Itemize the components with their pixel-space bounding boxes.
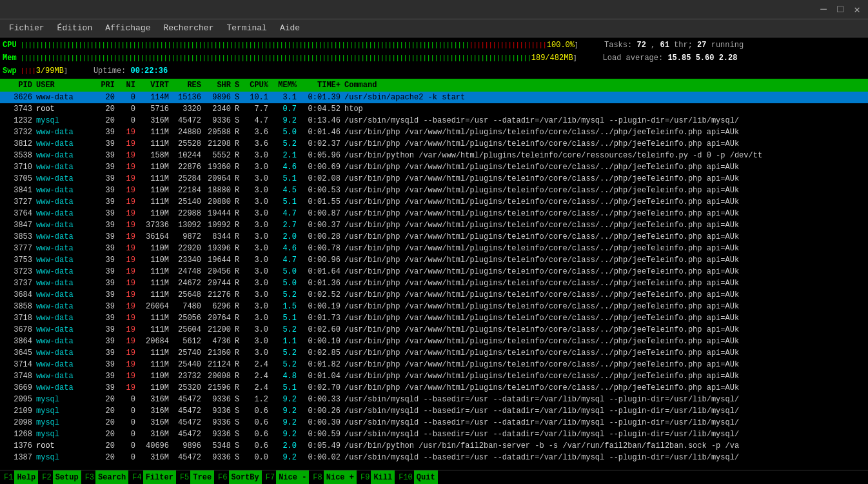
table-row[interactable]: 3841 www-data 39 19 110M 22184 18880 R 3… xyxy=(0,185,868,196)
table-row[interactable]: 1376 root 20 0 40696 9896 5348 S 0.6 2.0… xyxy=(0,440,868,452)
proc-pid: 2109 xyxy=(3,407,36,416)
proc-time: 0:01.46 xyxy=(301,128,344,137)
table-row[interactable]: 1268 mysql 20 0 316M 45472 9336 S 0.6 9.… xyxy=(0,429,868,440)
proc-res: 25604 xyxy=(173,325,205,334)
table-row[interactable]: 3753 www-data 39 19 110M 23340 19644 R 3… xyxy=(0,254,868,266)
table-row[interactable]: 3812 www-data 39 19 111M 25528 21208 R 3… xyxy=(0,138,868,150)
table-row[interactable]: 3727 www-data 39 19 111M 25140 20880 R 3… xyxy=(0,196,868,208)
proc-user: www-data xyxy=(36,174,94,183)
fn-key-f1[interactable]: F1Help xyxy=(0,470,38,484)
fn-key-f3[interactable]: F3Search xyxy=(81,470,129,484)
swp-bar: |||| xyxy=(21,68,36,75)
table-row[interactable]: 3853 www-data 39 19 36164 9872 8344 R 3.… xyxy=(0,231,868,243)
proc-cpu: 3.0 xyxy=(244,302,272,311)
table-row[interactable]: 3732 www-data 39 19 111M 24880 20588 R 3… xyxy=(0,126,868,138)
fn-key-f7[interactable]: F7Nice - xyxy=(262,470,310,484)
proc-pri: 39 xyxy=(94,139,119,148)
proc-user: www-data xyxy=(36,244,94,253)
proc-pid: 2095 xyxy=(3,395,36,404)
proc-mem: 2.0 xyxy=(272,441,301,450)
fn-key-f2[interactable]: F2Setup xyxy=(38,470,81,484)
table-row[interactable]: 3743 root 20 0 5716 3320 2340 R 7.7 0.7 … xyxy=(0,103,868,115)
proc-shr: 10992 xyxy=(205,221,235,230)
table-row[interactable]: 3723 www-data 39 19 111M 24748 20456 R 3… xyxy=(0,266,868,277)
proc-pid: 3743 xyxy=(3,105,36,114)
proc-pri: 39 xyxy=(94,221,119,230)
col-cpu-header: CPU% xyxy=(244,81,272,90)
table-row[interactable]: 3645 www-data 39 19 111M 25740 21360 R 3… xyxy=(0,347,868,359)
proc-pid: 3847 xyxy=(3,221,36,230)
proc-pri: 39 xyxy=(94,337,119,346)
proc-cmd: /usr/sbin/apache2 -k start xyxy=(344,93,865,102)
menu-item-affichage[interactable]: Affichage xyxy=(99,21,157,35)
proc-pri: 39 xyxy=(94,151,119,160)
fn-key-f9[interactable]: F9Kill xyxy=(357,470,395,484)
proc-cpu: 3.0 xyxy=(244,186,272,195)
table-row[interactable]: 3858 www-data 39 19 26064 7480 6296 R 3.… xyxy=(0,301,868,312)
table-row[interactable]: 3538 www-data 39 19 158M 10244 5552 R 3.… xyxy=(0,150,868,161)
proc-shr: 20880 xyxy=(205,197,235,207)
proc-cmd: /usr/bin/php /var/www/html/plugins/telei… xyxy=(344,360,865,369)
table-row[interactable]: 3710 www-data 39 19 110M 22876 19360 R 3… xyxy=(0,161,868,173)
proc-time: 0:00.33 xyxy=(301,395,344,404)
table-row[interactable]: 1232 mysql 20 0 316M 45472 9336 S 4.7 9.… xyxy=(0,115,868,126)
table-row[interactable]: 2109 mysql 20 0 316M 45472 9336 S 0.6 9.… xyxy=(0,405,868,417)
menu-item-rechercher[interactable]: Rechercher xyxy=(157,21,220,35)
fn-label: Quit xyxy=(414,470,438,484)
menu-item-fichier[interactable]: Fichier xyxy=(3,21,51,35)
fn-key-f6[interactable]: F6SortBy xyxy=(214,470,262,484)
proc-user: www-data xyxy=(36,221,94,230)
proc-cpu: 3.0 xyxy=(244,232,272,241)
proc-virt: 111M xyxy=(139,360,173,369)
proc-mem: 4.7 xyxy=(272,256,301,265)
table-row[interactable]: 3684 www-data 39 19 111M 25648 21276 R 3… xyxy=(0,289,868,301)
table-row[interactable]: 3669 www-data 39 19 110M 25320 21596 R 2… xyxy=(0,382,868,394)
table-row[interactable]: 1387 mysql 20 0 316M 45472 9336 S 0.0 9.… xyxy=(0,452,868,463)
proc-ni: 19 xyxy=(119,151,139,160)
maximize-button[interactable]: □ xyxy=(834,4,846,15)
proc-shr: 21200 xyxy=(205,325,235,334)
proc-res: 7480 xyxy=(173,302,205,311)
table-row[interactable]: 3714 www-data 39 19 111M 25440 21124 R 2… xyxy=(0,359,868,370)
table-row[interactable]: 2098 mysql 20 0 316M 45472 9336 S 0.6 9.… xyxy=(0,417,868,429)
proc-res: 45472 xyxy=(173,418,205,427)
proc-cmd: /usr/bin/php /var/www/html/plugins/telei… xyxy=(344,267,865,276)
proc-ni: 19 xyxy=(119,290,139,299)
proc-res: 22920 xyxy=(173,244,205,253)
table-row[interactable]: 3737 www-data 39 19 111M 24672 20744 R 3… xyxy=(0,277,868,289)
proc-cpu: 3.6 xyxy=(244,139,272,148)
table-row[interactable]: 3764 www-data 39 19 110M 22988 19444 R 3… xyxy=(0,208,868,219)
proc-ni: 19 xyxy=(119,221,139,230)
proc-ni: 19 xyxy=(119,232,139,241)
fn-key-f4[interactable]: F4Filter xyxy=(128,470,176,484)
menu-item-aide[interactable]: Aide xyxy=(273,21,306,35)
fn-label: Nice + xyxy=(324,470,357,484)
proc-user: www-data xyxy=(36,314,94,323)
table-row[interactable]: 3864 www-data 39 19 20684 5612 4736 R 3.… xyxy=(0,336,868,347)
table-row[interactable]: 3626 www-data 20 0 114M 15136 9896 S 10.… xyxy=(0,92,868,103)
table-row[interactable]: 3678 www-data 39 19 111M 25604 21200 R 3… xyxy=(0,324,868,336)
proc-time: 0:00.26 xyxy=(301,407,344,416)
table-row[interactable]: 3777 www-data 39 19 110M 22920 19396 R 3… xyxy=(0,243,868,254)
proc-ni: 0 xyxy=(119,395,139,404)
fn-key-f8[interactable]: F8Nice + xyxy=(309,470,357,484)
table-row[interactable]: 3847 www-data 39 19 37336 13092 10992 R … xyxy=(0,219,868,231)
proc-shr: 9336 xyxy=(205,407,235,416)
menu-item-terminal[interactable]: Terminal xyxy=(220,21,273,35)
proc-ni: 19 xyxy=(119,314,139,323)
fn-key-f5[interactable]: F5Tree xyxy=(176,470,214,484)
table-row[interactable]: 2095 mysql 20 0 316M 45472 9336 S 1.2 9.… xyxy=(0,394,868,405)
table-row[interactable]: 3705 www-data 39 19 111M 25284 20964 R 3… xyxy=(0,173,868,185)
table-row[interactable]: 3718 www-data 39 19 111M 25056 20764 R 3… xyxy=(0,312,868,324)
fn-num: F3 xyxy=(81,473,95,482)
proc-cmd: /usr/bin/php /var/www/html/plugins/telei… xyxy=(344,325,865,334)
proc-mem: 5.1 xyxy=(272,383,301,392)
proc-res: 15136 xyxy=(173,93,205,102)
menu-item-édition[interactable]: Édition xyxy=(51,21,99,35)
minimize-button[interactable]: ─ xyxy=(818,4,829,15)
fn-key-f10[interactable]: F10Quit xyxy=(395,470,437,484)
proc-shr: 9336 xyxy=(205,453,235,462)
close-button[interactable]: ✕ xyxy=(851,3,863,16)
table-row[interactable]: 3748 www-data 39 19 110M 23732 20008 R 2… xyxy=(0,370,868,382)
proc-shr: 4736 xyxy=(205,337,235,346)
